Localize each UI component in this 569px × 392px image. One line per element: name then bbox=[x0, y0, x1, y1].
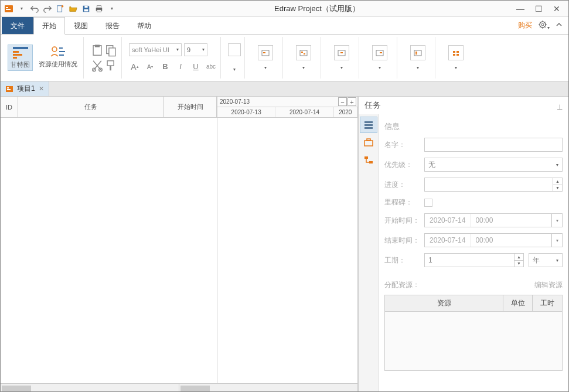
ribbon-group-task2: ▾ bbox=[287, 37, 321, 79]
ribbon-group-clipboard bbox=[87, 37, 122, 79]
svg-rect-12 bbox=[13, 51, 19, 53]
ribbon-checkbox[interactable] bbox=[228, 43, 241, 56]
settings-icon[interactable]: ▾ bbox=[538, 20, 550, 31]
spin-down-icon[interactable]: ▼ bbox=[553, 185, 562, 192]
main-area: ID 任务 开始时间 2020-07-13 − + 2020-07-13 202… bbox=[1, 97, 568, 392]
ribbon-task-btn-1[interactable]: ▾ bbox=[252, 45, 279, 70]
resource-usage-button[interactable]: 资源使用情况 bbox=[36, 45, 80, 71]
menu-start[interactable]: 开始 bbox=[33, 17, 65, 35]
ribbon-task-btn-3[interactable]: ▾ bbox=[328, 45, 355, 70]
spin-down-icon[interactable]: ▼ bbox=[515, 261, 523, 267]
spin-up-icon[interactable]: ▲ bbox=[553, 178, 562, 185]
decrease-font-icon[interactable]: A▾ bbox=[144, 61, 156, 73]
res-col-hours[interactable]: 工时 bbox=[533, 295, 562, 311]
italic-icon[interactable]: I bbox=[175, 61, 186, 73]
scroll-thumb[interactable] bbox=[2, 386, 31, 391]
name-input[interactable] bbox=[424, 138, 563, 152]
format-painter-icon[interactable] bbox=[105, 59, 118, 72]
qat-dropdown-icon[interactable]: ▾ bbox=[16, 3, 28, 15]
timeline-date[interactable]: 2020-07-14 bbox=[275, 107, 333, 117]
menu-view[interactable]: 视图 bbox=[65, 17, 97, 34]
dropdown-icon[interactable]: ▾ bbox=[551, 214, 562, 227]
dropdown-icon[interactable]: ▾ bbox=[551, 234, 562, 247]
spin-up-icon[interactable]: ▲ bbox=[515, 254, 523, 261]
buy-link[interactable]: 购买 bbox=[518, 21, 532, 30]
info-section: 信息 bbox=[384, 121, 563, 132]
collapse-ribbon-icon[interactable] bbox=[556, 21, 563, 30]
zoom-out-icon[interactable]: − bbox=[338, 97, 347, 106]
res-col-resource[interactable]: 资源 bbox=[385, 295, 503, 311]
undo-icon[interactable] bbox=[29, 3, 40, 15]
timeline-body[interactable] bbox=[217, 118, 357, 383]
svg-rect-41 bbox=[7, 89, 11, 90]
res-col-unit[interactable]: 单位 bbox=[503, 295, 533, 311]
name-label: 名字： bbox=[384, 140, 420, 150]
maximize-icon[interactable]: ☐ bbox=[535, 4, 543, 13]
priority-label: 优先级： bbox=[384, 160, 420, 170]
new-file-icon[interactable] bbox=[54, 3, 66, 15]
ribbon-check-dropdown[interactable]: ▾ bbox=[233, 67, 236, 72]
bold-icon[interactable]: B bbox=[159, 61, 171, 73]
panel-tab-briefcase[interactable] bbox=[360, 134, 377, 151]
edit-resources-link[interactable]: 编辑资源 bbox=[534, 280, 563, 290]
col-id[interactable]: ID bbox=[1, 97, 18, 117]
ribbon-task-btn-2[interactable]: ▾ bbox=[290, 45, 317, 70]
duration-unit-select[interactable]: 年▾ bbox=[529, 253, 563, 267]
menu-report[interactable]: 报告 bbox=[97, 17, 128, 34]
col-start[interactable]: 开始时间 bbox=[164, 97, 217, 117]
milestone-checkbox[interactable] bbox=[424, 199, 432, 207]
ribbon-group-task3: ▾ bbox=[325, 37, 359, 79]
underline-icon[interactable]: U bbox=[190, 61, 202, 73]
copy-icon[interactable] bbox=[105, 44, 118, 57]
font-name-select[interactable]: soft YaHei UI▾ bbox=[129, 43, 182, 56]
svg-rect-3 bbox=[57, 5, 62, 12]
print-icon[interactable] bbox=[93, 3, 105, 15]
open-icon[interactable] bbox=[67, 3, 79, 15]
svg-rect-35 bbox=[453, 51, 455, 53]
strikethrough-icon[interactable]: abc bbox=[205, 61, 217, 73]
end-date-input[interactable]: 2020-07-14 00:00 ▾ bbox=[424, 233, 563, 247]
resources-table-body[interactable] bbox=[385, 312, 562, 370]
ribbon-task-btn-5[interactable]: ▾ bbox=[404, 45, 431, 70]
redo-icon[interactable] bbox=[42, 3, 53, 15]
priority-select[interactable]: 无▾ bbox=[424, 158, 563, 172]
timeline-date[interactable]: 2020-07-13 bbox=[217, 107, 275, 117]
cut-icon[interactable] bbox=[91, 59, 104, 72]
ribbon-task-btn-4[interactable]: ▾ bbox=[366, 45, 393, 70]
panel-tab-info[interactable] bbox=[360, 117, 377, 133]
gantt-view-button[interactable]: 甘特图 bbox=[8, 45, 33, 71]
progress-input[interactable]: ▲▼ bbox=[424, 178, 563, 192]
col-task[interactable]: 任务 bbox=[18, 97, 164, 117]
document-tab-1[interactable]: 项目1 ✕ bbox=[1, 81, 49, 96]
start-date-input[interactable]: 2020-07-14 00:00 ▾ bbox=[424, 213, 563, 227]
svg-rect-42 bbox=[364, 121, 373, 123]
save-icon[interactable] bbox=[80, 3, 92, 15]
font-size-select[interactable]: 9▾ bbox=[184, 43, 207, 56]
zoom-in-icon[interactable]: + bbox=[347, 97, 356, 106]
pin-icon[interactable]: ⊥ bbox=[557, 103, 563, 111]
grid-body[interactable] bbox=[1, 118, 217, 383]
minimize-icon[interactable]: — bbox=[516, 4, 524, 13]
panel-tab-link[interactable] bbox=[360, 152, 377, 168]
ribbon-group-task4: ▾ bbox=[363, 37, 397, 79]
menu-help[interactable]: 帮助 bbox=[128, 17, 160, 34]
menu-bar: 文件 开始 视图 报告 帮助 购买 ▾ bbox=[1, 17, 568, 35]
panel-title: 任务 bbox=[364, 100, 381, 114]
increase-font-icon[interactable]: A▴ bbox=[129, 61, 141, 73]
ribbon-group-task6: ▾ bbox=[439, 37, 473, 79]
svg-rect-11 bbox=[13, 47, 28, 49]
doc-tab-close-icon[interactable]: ✕ bbox=[39, 85, 44, 93]
menu-file[interactable]: 文件 bbox=[2, 17, 33, 34]
svg-rect-45 bbox=[364, 141, 373, 146]
horizontal-scrollbar[interactable] bbox=[1, 383, 358, 392]
paste-icon[interactable] bbox=[91, 44, 104, 57]
app-icon[interactable] bbox=[3, 3, 15, 15]
svg-rect-2 bbox=[6, 9, 11, 10]
close-icon[interactable]: ✕ bbox=[553, 4, 560, 13]
timeline-date[interactable]: 2020 bbox=[334, 107, 357, 117]
ribbon-task-btn-6[interactable]: ▾ bbox=[442, 45, 469, 70]
svg-rect-27 bbox=[304, 53, 305, 54]
duration-input[interactable]: 1 ▲▼ bbox=[424, 253, 524, 267]
scroll-thumb[interactable] bbox=[180, 386, 210, 391]
qat-more-icon[interactable]: ▾ bbox=[106, 3, 118, 15]
